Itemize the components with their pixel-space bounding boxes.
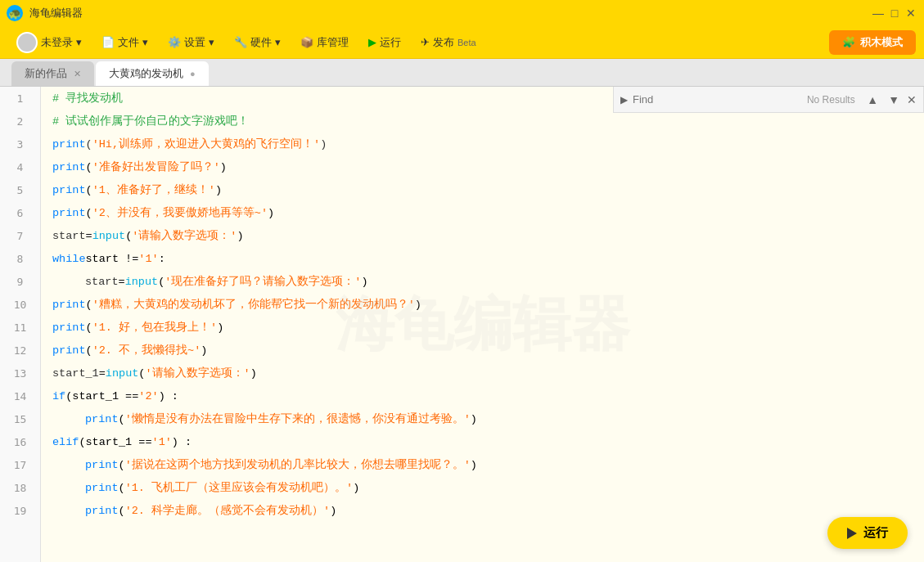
- blocks-label: 积木模式: [860, 35, 903, 50]
- maximize-button[interactable]: □: [888, 7, 901, 20]
- line-num-17: 17: [0, 453, 40, 476]
- code-text-1: # 寻找发动机: [52, 91, 123, 106]
- line-num-14: 14: [0, 384, 40, 407]
- run-icon: ▶: [368, 36, 376, 48]
- line-num-16: 16: [0, 430, 40, 453]
- close-button[interactable]: ✕: [904, 7, 917, 20]
- line-num-6: 6: [0, 201, 40, 224]
- code-line-9: start = input('现在准备好了吗？请输入数字选项：'): [41, 270, 924, 293]
- run-triangle-icon: [847, 528, 857, 539]
- settings-label: 设置: [184, 35, 205, 50]
- blocks-mode-button[interactable]: 🧩 积木模式: [829, 30, 916, 55]
- avatar: [16, 32, 38, 53]
- code-line-18: print('1. 飞机工厂（这里应该会有发动机吧）。'): [41, 476, 924, 499]
- app-title: 海龟编辑器: [29, 6, 865, 20]
- code-line-16: elif (start_1 == '1') :: [41, 430, 924, 453]
- settings-arrow: ▾: [209, 36, 214, 48]
- line-numbers: 1 2 3 4 5 6 7 8 9 10 11 12 13 14 15 16 1…: [0, 87, 41, 562]
- code-line-5: print('1、准备好了，继续！'): [41, 178, 924, 201]
- code-line-4: print('准备好出发冒险了吗？'): [41, 155, 924, 178]
- code-line-8: while start != '1':: [41, 247, 924, 270]
- minimize-button[interactable]: —: [872, 7, 885, 20]
- tab-new-work[interactable]: 新的作品 ✕: [11, 61, 94, 86]
- file-menu[interactable]: 📄 文件 ▾: [93, 32, 156, 53]
- run-button-label: 运行: [863, 525, 888, 541]
- tab-dot-chicken: ●: [190, 69, 196, 79]
- line-num-8: 8: [0, 247, 40, 270]
- code-line-11: print('1. 好，包在我身上！'): [41, 316, 924, 339]
- find-input[interactable]: [633, 93, 797, 106]
- tab-big-yellow-chicken[interactable]: 大黄鸡的发动机 ●: [96, 61, 209, 86]
- library-menu[interactable]: 📦 库管理: [292, 32, 357, 53]
- run-menu[interactable]: ▶ 运行: [360, 32, 409, 53]
- line-num-19: 19: [0, 499, 40, 522]
- tabs-bar: 新的作品 ✕ 大黄鸡的发动机 ●: [0, 59, 924, 87]
- code-func-3: print: [52, 138, 86, 151]
- hardware-arrow: ▾: [275, 36, 281, 48]
- line-num-2: 2: [0, 110, 40, 133]
- code-line-2: # 试试创作属于你自己的文字游戏吧！: [41, 110, 924, 133]
- line-num-4: 4: [0, 155, 40, 178]
- editor-container: ▶ No Results ▲ ▼ ✕ 1 2 3 4 5 6 7 8 9 10 …: [0, 87, 924, 562]
- user-dropdown-arrow: ▾: [76, 36, 82, 48]
- tab-close-new[interactable]: ✕: [74, 69, 81, 79]
- code-line-12: print('2. 不，我懒得找~'): [41, 339, 924, 362]
- code-line-6: print('2、并没有，我要傲娇地再等等~'): [41, 201, 924, 224]
- blocks-icon: 🧩: [842, 36, 855, 48]
- line-num-7: 7: [0, 224, 40, 247]
- publish-icon: ✈: [421, 36, 430, 48]
- line-num-12: 12: [0, 339, 40, 362]
- publish-label: 发布: [433, 35, 454, 50]
- find-bar: ▶ No Results ▲ ▼ ✕: [613, 87, 924, 113]
- line-num-11: 11: [0, 316, 40, 339]
- library-icon: 📦: [300, 36, 313, 48]
- tab-label-new: 新的作品: [25, 66, 67, 81]
- file-arrow: ▾: [142, 36, 148, 48]
- line-num-9: 9: [0, 270, 40, 293]
- file-label: 文件: [118, 35, 139, 50]
- code-line-14: if (start_1 == '2') :: [41, 384, 924, 407]
- settings-icon: ⚙️: [168, 36, 181, 48]
- window-controls: — □ ✕: [872, 7, 917, 20]
- hardware-label: 硬件: [250, 35, 272, 50]
- code-line-17: print('据说在这两个地方找到发动机的几率比较大，你想去哪里找呢？。'): [41, 453, 924, 476]
- line-num-5: 5: [0, 178, 40, 201]
- code-line-15: print('懒惰是没有办法在冒险中生存下来的，很遗憾，你没有通过考验。'): [41, 407, 924, 430]
- login-label: 未登录: [41, 35, 73, 50]
- find-prev-button[interactable]: ▲: [864, 92, 881, 108]
- find-collapse-icon[interactable]: ▶: [620, 94, 628, 106]
- title-bar: 🐢 海龟编辑器 — □ ✕: [0, 0, 924, 26]
- code-line-3: print('Hi,训练师，欢迎进入大黄鸡的飞行空间！'): [41, 133, 924, 155]
- run-button[interactable]: 运行: [827, 517, 908, 549]
- library-label: 库管理: [317, 35, 349, 50]
- user-menu[interactable]: 未登录 ▾: [8, 29, 90, 56]
- find-close-button[interactable]: ✕: [907, 93, 917, 106]
- code-line-13: start_1 = input('请输入数字选项：'): [41, 362, 924, 384]
- line-num-10: 10: [0, 293, 40, 316]
- code-line-19: print('2. 科学走廊。（感觉不会有发动机）'): [41, 499, 924, 522]
- line-num-1: 1: [0, 87, 40, 110]
- file-icon: 📄: [101, 36, 115, 48]
- menu-bar: 未登录 ▾ 📄 文件 ▾ ⚙️ 设置 ▾ 🔧 硬件 ▾ 📦 库管理 ▶ 运行 ✈…: [0, 26, 924, 59]
- find-next-button[interactable]: ▼: [886, 92, 902, 108]
- code-area[interactable]: 海龟编辑器 # 寻找发动机 # 试试创作属于你自己的文字游戏吧！ print('…: [41, 87, 924, 562]
- hardware-icon: 🔧: [234, 36, 247, 48]
- code-line-10: print('糟糕，大黄鸡的发动机坏了，你能帮它找一个新的发动机吗？'): [41, 293, 924, 316]
- hardware-menu[interactable]: 🔧 硬件 ▾: [226, 32, 289, 53]
- find-status: No Results: [802, 94, 859, 106]
- code-text-2: # 试试创作属于你自己的文字游戏吧！: [52, 114, 249, 128]
- settings-menu[interactable]: ⚙️ 设置 ▾: [160, 32, 223, 53]
- tab-label-chicken: 大黄鸡的发动机: [109, 66, 183, 81]
- publish-sub: Beta: [457, 38, 476, 47]
- line-num-3: 3: [0, 133, 40, 155]
- app-icon: 🐢: [7, 5, 23, 21]
- run-label: 运行: [380, 35, 401, 50]
- line-num-18: 18: [0, 476, 40, 499]
- code-line-7: start = input('请输入数字选项：'): [41, 224, 924, 247]
- line-num-15: 15: [0, 407, 40, 430]
- publish-menu[interactable]: ✈ 发布 Beta: [412, 32, 485, 53]
- line-num-13: 13: [0, 362, 40, 384]
